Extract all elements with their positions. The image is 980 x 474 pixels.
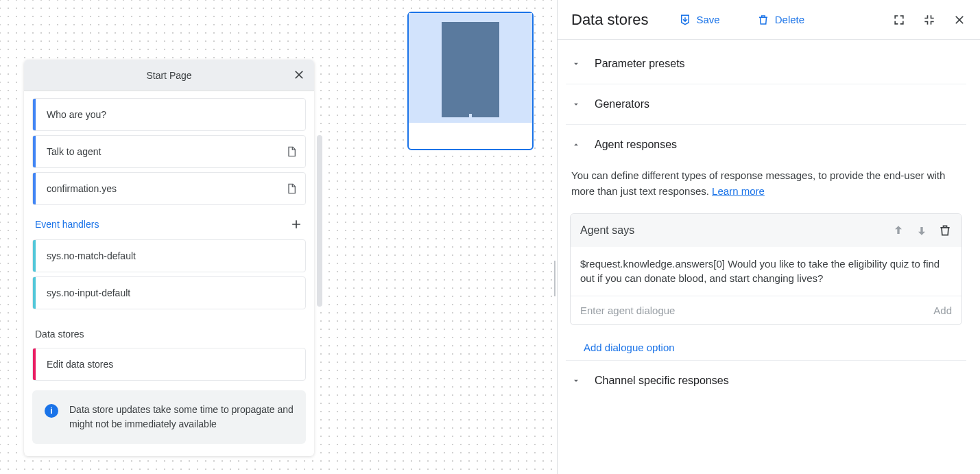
delete-button[interactable]: Delete <box>757 14 804 26</box>
start-page-title: Start Page <box>146 70 191 81</box>
chevron-up-icon <box>570 140 582 150</box>
minimap-viewport <box>409 13 532 123</box>
intent-label: confirmation.yes <box>47 183 286 194</box>
section-label: Channel specific responses <box>595 375 729 387</box>
agent-says-card: Agent says $request.knowledge.answers[0]… <box>570 213 962 326</box>
close-panel-icon[interactable] <box>953 13 966 27</box>
event-handler-row[interactable]: sys.no-match-default <box>32 239 306 272</box>
start-page-panel: Start Page Who are you? Talk to agent <box>24 60 314 456</box>
section-parameter-presets[interactable]: Parameter presets <box>566 44 966 84</box>
side-panel-title: Data stores <box>571 11 649 29</box>
info-icon: i <box>45 404 58 418</box>
edit-data-stores-row[interactable]: Edit data stores <box>32 348 306 381</box>
flow-canvas[interactable]: Start Page Who are you? Talk to agent <box>0 0 557 474</box>
edit-data-stores-label: Edit data stores <box>47 359 297 370</box>
save-button[interactable]: Save <box>679 14 720 26</box>
event-handler-label: sys.no-input-default <box>47 287 297 298</box>
fullscreen-icon[interactable] <box>892 13 906 27</box>
side-panel-header: Data stores Save Delete <box>558 0 980 40</box>
move-down-icon[interactable] <box>915 224 929 237</box>
canvas-minimap[interactable] <box>407 12 534 150</box>
add-response-button[interactable]: Add <box>933 305 952 316</box>
exit-fullscreen-icon[interactable] <box>922 13 936 27</box>
event-handlers-label: Event handlers <box>35 219 99 230</box>
close-icon[interactable] <box>292 68 306 82</box>
data-stores-header: Data stores <box>32 309 306 344</box>
intent-label: Talk to agent <box>47 146 286 157</box>
section-generators[interactable]: Generators <box>566 84 966 125</box>
agent-says-title: Agent says <box>580 224 882 237</box>
section-channel-specific[interactable]: Channel specific responses <box>566 360 966 401</box>
intent-label: Who are you? <box>47 109 297 120</box>
page-icon <box>286 146 297 157</box>
data-stores-label: Data stores <box>35 329 84 340</box>
section-label: Generators <box>595 98 649 110</box>
page-icon <box>286 183 297 194</box>
info-text: Data store updates take some time to pro… <box>69 403 294 431</box>
chevron-down-icon <box>570 99 582 109</box>
event-handler-row[interactable]: sys.no-input-default <box>32 276 306 309</box>
move-up-icon[interactable] <box>892 224 905 237</box>
agent-dialogue-input[interactable] <box>580 305 933 316</box>
chevron-down-icon <box>570 376 582 386</box>
pane-resize-handle[interactable] <box>554 261 557 296</box>
agent-dialogue-input-row: Add <box>571 296 961 324</box>
section-agent-responses[interactable]: Agent responses <box>566 125 966 165</box>
event-handler-label: sys.no-match-default <box>47 250 297 261</box>
delete-label: Delete <box>775 14 804 25</box>
save-label: Save <box>697 14 720 25</box>
intent-row[interactable]: Who are you? <box>32 98 306 131</box>
add-dialogue-option-button[interactable]: Add dialogue option <box>570 325 962 360</box>
intent-row[interactable]: confirmation.yes <box>32 172 306 205</box>
side-panel: Data stores Save Delete Parameter preset… <box>557 0 980 474</box>
chevron-down-icon <box>570 59 582 69</box>
agent-responses-description: You can define different types of respon… <box>570 165 962 213</box>
delete-response-icon[interactable] <box>938 224 952 237</box>
add-event-handler-button[interactable] <box>289 217 303 231</box>
event-handlers-header: Event handlers <box>32 205 306 235</box>
start-page-header: Start Page <box>24 60 314 91</box>
agent-response-text[interactable]: $request.knowledge.answers[0] Would you … <box>571 247 961 297</box>
section-label: Parameter presets <box>595 58 685 70</box>
learn-more-link[interactable]: Learn more <box>712 185 765 197</box>
section-label: Agent responses <box>595 139 677 151</box>
panel-scrollbar[interactable] <box>317 135 322 307</box>
intent-row[interactable]: Talk to agent <box>32 135 306 168</box>
data-store-info-box: i Data store updates take some time to p… <box>32 390 306 444</box>
